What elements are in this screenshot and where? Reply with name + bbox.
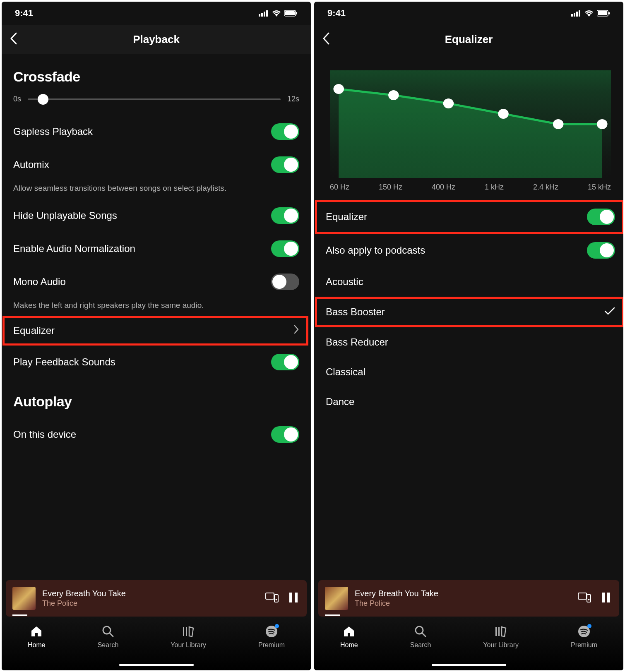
gapless-toggle[interactable] xyxy=(271,123,299,140)
tab-premium[interactable]: Premium xyxy=(258,625,285,649)
autoplay-device-row: On this device xyxy=(13,418,299,451)
svg-rect-23 xyxy=(608,12,610,14)
toggle-knob-icon xyxy=(600,210,614,224)
gapless-row: Gapless Playback xyxy=(13,115,299,148)
equalizer-screen: 9:41 Equalizer 60 Hz xyxy=(314,2,623,670)
mono-label: Mono Audio xyxy=(13,276,66,288)
now-playing-bar[interactable]: Every Breath You Take The Police xyxy=(318,580,619,617)
search-icon xyxy=(414,625,427,638)
tab-search[interactable]: Search xyxy=(98,625,119,649)
content: 60 Hz 150 Hz 400 Hz 1 kHz 2.4 kHz 15 kHz… xyxy=(314,54,623,417)
tab-library[interactable]: Your Library xyxy=(483,625,519,649)
svg-rect-1 xyxy=(261,13,263,17)
eq-label: 400 Hz xyxy=(432,183,455,192)
slider-max: 12s xyxy=(287,95,299,103)
section-autoplay: Autoplay xyxy=(13,394,299,410)
hide-toggle[interactable] xyxy=(271,207,299,224)
svg-marker-24 xyxy=(339,89,602,178)
slider-min: 0s xyxy=(13,95,21,103)
check-icon xyxy=(604,306,615,318)
podcasts-toggle[interactable] xyxy=(587,242,615,259)
hide-label: Hide Unplayable Songs xyxy=(13,210,117,221)
svg-point-28 xyxy=(498,109,508,119)
devices-button[interactable] xyxy=(264,590,280,607)
equalizer-toggle-row: Equalizer xyxy=(326,202,615,232)
library-icon xyxy=(494,625,507,638)
svg-rect-31 xyxy=(578,593,587,599)
svg-point-27 xyxy=(443,98,454,108)
home-icon xyxy=(342,625,356,638)
equalizer-highlight: Equalizer xyxy=(2,316,308,346)
back-button[interactable] xyxy=(10,32,17,46)
chevron-left-icon xyxy=(322,32,330,45)
svg-point-29 xyxy=(553,119,563,129)
tab-premium[interactable]: Premium xyxy=(571,625,597,649)
tab-bar: Home Search Your Library Premium xyxy=(314,617,623,670)
status-bar: 9:41 xyxy=(314,2,623,25)
search-icon xyxy=(101,625,115,638)
automix-label: Automix xyxy=(13,159,49,170)
preset-label: Bass Reducer xyxy=(326,336,388,348)
preset-label: Acoustic xyxy=(326,276,363,288)
battery-icon xyxy=(284,10,298,17)
track-artist: The Police xyxy=(355,599,570,608)
svg-rect-18 xyxy=(574,13,575,17)
toggle-knob-icon xyxy=(284,125,298,139)
tab-search[interactable]: Search xyxy=(410,625,431,649)
devices-button[interactable] xyxy=(576,590,593,607)
tab-search-label: Search xyxy=(98,641,119,649)
svg-rect-10 xyxy=(289,593,292,602)
preset-dance[interactable]: Dance xyxy=(326,387,615,417)
tab-home[interactable]: Home xyxy=(28,625,46,649)
back-button[interactable] xyxy=(322,32,330,46)
header: Equalizer xyxy=(314,25,623,54)
track-title: Every Breath You Take xyxy=(355,589,570,598)
svg-rect-6 xyxy=(296,12,297,14)
notification-dot-icon xyxy=(275,624,279,628)
progress-indicator xyxy=(12,614,27,616)
page-title: Equalizer xyxy=(445,33,493,46)
tab-library-label: Your Library xyxy=(171,641,206,649)
svg-rect-0 xyxy=(259,14,260,17)
mono-toggle[interactable] xyxy=(271,274,299,290)
feedback-row: Play Feedback Sounds xyxy=(13,346,299,379)
home-indicator-icon xyxy=(119,664,194,666)
preset-bass-booster[interactable]: Bass Booster xyxy=(326,299,615,325)
battery-icon xyxy=(597,10,610,17)
tab-library[interactable]: Your Library xyxy=(171,625,206,649)
feedback-toggle[interactable] xyxy=(271,354,299,370)
track-artist: The Police xyxy=(42,599,257,608)
toggle-knob-icon xyxy=(284,427,298,442)
signal-icon xyxy=(571,10,581,17)
svg-point-30 xyxy=(597,119,607,129)
chevron-right-icon xyxy=(293,324,299,337)
normalize-toggle[interactable] xyxy=(271,240,299,257)
crossfade-slider[interactable] xyxy=(28,98,281,100)
preset-acoustic[interactable]: Acoustic xyxy=(326,267,615,297)
preset-bass-reducer[interactable]: Bass Reducer xyxy=(326,327,615,357)
mono-desc: Makes the left and right speakers play t… xyxy=(13,300,299,311)
equalizer-graph[interactable] xyxy=(330,70,611,178)
equalizer-toggle[interactable] xyxy=(587,209,615,225)
svg-rect-8 xyxy=(274,595,278,602)
pause-button[interactable] xyxy=(287,590,300,607)
svg-point-26 xyxy=(388,90,399,100)
eq-freq-labels: 60 Hz 150 Hz 400 Hz 1 kHz 2.4 kHz 15 kHz xyxy=(330,183,611,192)
toggle-knob-icon xyxy=(284,158,298,172)
autoplay-device-toggle[interactable] xyxy=(271,426,299,443)
equalizer-nav-row[interactable]: Equalizer xyxy=(13,318,299,343)
normalize-row: Enable Audio Normalization xyxy=(13,232,299,265)
toggle-knob-icon xyxy=(284,242,298,256)
now-playing-text: Every Breath You Take The Police xyxy=(355,589,570,608)
now-playing-bar[interactable]: Every Breath You Take The Police xyxy=(6,580,307,617)
svg-rect-15 xyxy=(186,627,187,636)
pause-button[interactable] xyxy=(599,590,613,607)
svg-rect-39 xyxy=(498,627,500,636)
now-playing-text: Every Breath You Take The Police xyxy=(42,589,257,608)
equalizer-label: Equalizer xyxy=(13,325,55,336)
automix-toggle[interactable] xyxy=(271,156,299,173)
eq-curve-icon xyxy=(330,70,611,178)
tab-home[interactable]: Home xyxy=(340,625,358,649)
preset-classical[interactable]: Classical xyxy=(326,357,615,387)
eq-label: 150 Hz xyxy=(379,183,402,192)
